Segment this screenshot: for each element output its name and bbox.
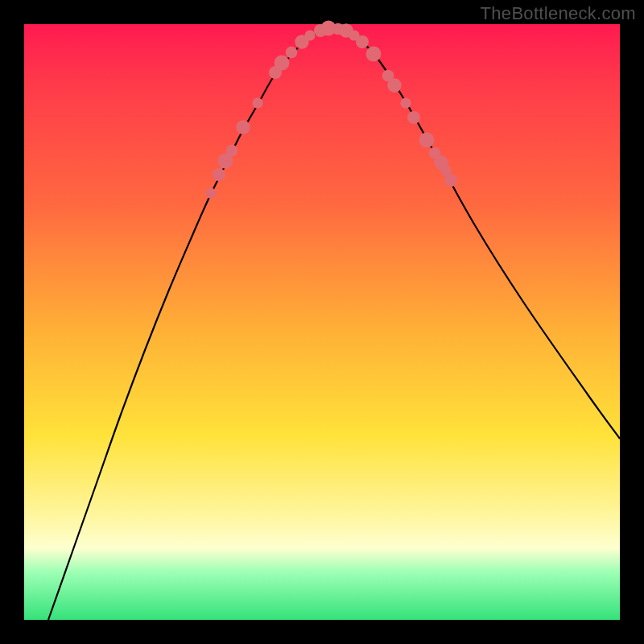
marker-dot [407, 111, 420, 124]
marker-dot [444, 174, 457, 187]
marker-dot [275, 56, 290, 71]
chart-frame: TheBottleneck.com [0, 0, 644, 644]
bottleneck-curve-path [48, 28, 620, 620]
watermark-text: TheBottleneck.com [481, 3, 636, 24]
marker-dot [419, 133, 435, 148]
marker-dot [366, 47, 382, 62]
marker-dot [387, 78, 401, 92]
marker-dot [205, 188, 216, 198]
marker-dot [304, 30, 315, 40]
marker-dot [356, 35, 369, 48]
marker-dot [236, 120, 250, 134]
marker-dot [213, 168, 225, 181]
curve-svg [24, 24, 620, 620]
marker-dot [400, 97, 411, 108]
plot-area [24, 24, 620, 620]
marker-dot [286, 47, 298, 59]
marker-dot [252, 97, 262, 108]
marker-dot [226, 145, 238, 157]
marker-group [205, 21, 457, 199]
